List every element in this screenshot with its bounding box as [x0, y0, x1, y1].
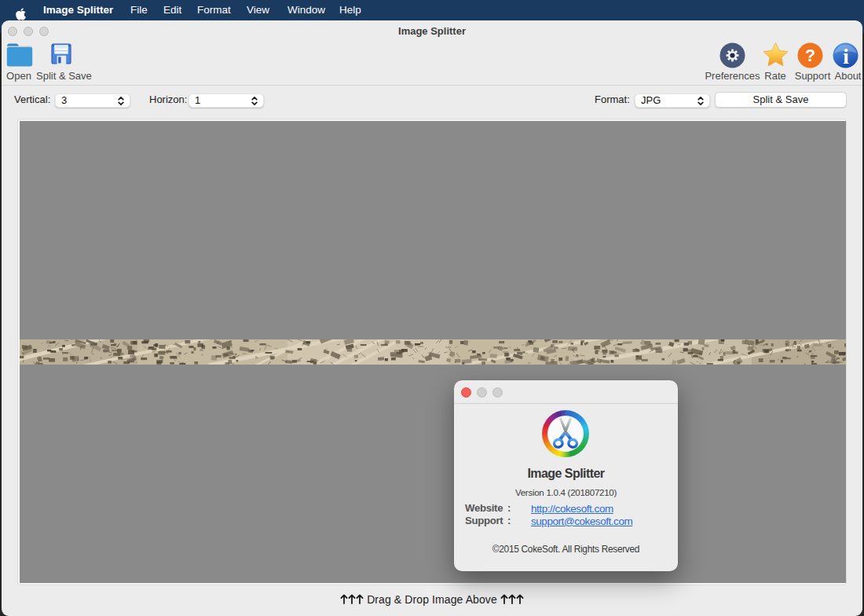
svg-text:i: i: [843, 45, 849, 68]
svg-text:?: ?: [805, 46, 815, 65]
